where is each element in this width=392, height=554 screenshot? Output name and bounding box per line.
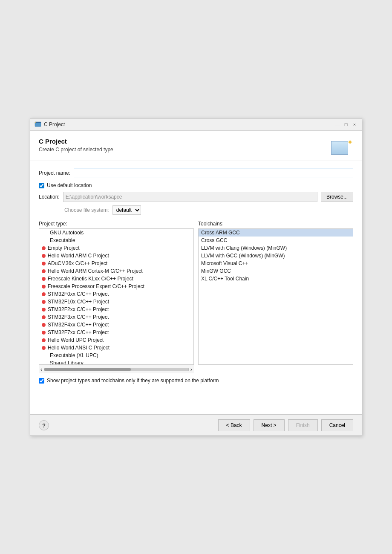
item-label: Freescale Kinetis KLxx C/C++ Project (48, 276, 133, 282)
cancel-button[interactable]: Cancel (321, 419, 353, 431)
window-icon (35, 121, 41, 128)
project-type-item-hello-world-arm[interactable]: Hello World ARM C Project (39, 252, 193, 260)
dot-icon (42, 308, 46, 312)
dot-icon (42, 315, 46, 319)
toolchains-listbox[interactable]: Cross ARM GCCCross GCCLLVM with Clang (W… (198, 228, 353, 365)
project-type-item-stm32f3xx[interactable]: STM32F3xx C/C++ Project (39, 313, 193, 321)
project-type-item-executable-xl-upc[interactable]: Executable (XL UPC) (39, 352, 193, 359)
item-label: STM32F10x C/C++ Project (48, 299, 109, 305)
toolchain-label: Cross GCC (201, 237, 227, 243)
item-label: Shared Library (50, 360, 84, 365)
toolchain-label: XL C/C++ Tool Chain (201, 276, 249, 282)
dot-icon (42, 262, 46, 265)
item-label: Hello World ANSI C Project (48, 345, 110, 351)
toolchain-label: Cross ARM GCC (201, 230, 240, 236)
project-type-item-freescale-kinetis[interactable]: Freescale Kinetis KLxx C/C++ Project (39, 275, 193, 283)
project-type-item-stm32f4xx[interactable]: STM32F4xx C/C++ Project (39, 321, 193, 329)
toolchain-item-llvm-gcc-windows-mingw[interactable]: LLVM with GCC (Windows) (MinGW) (199, 252, 353, 260)
project-type-item-executable[interactable]: Executable (39, 237, 193, 244)
toolchain-item-xl-cpp-tool-chain[interactable]: XL C/C++ Tool Chain (199, 275, 353, 283)
titlebar-left: C Project (35, 121, 65, 128)
help-button[interactable]: ? (39, 420, 49, 430)
icon-base (331, 141, 348, 155)
dot-icon (42, 269, 46, 273)
item-label: GNU Autotools (50, 230, 84, 236)
project-name-row: Project name: (39, 168, 353, 178)
filesystem-label: Choose file system: (64, 207, 109, 213)
project-type-item-stm32f10x[interactable]: STM32F10x C/C++ Project (39, 298, 193, 306)
use-default-location-row: Use default location (39, 182, 353, 188)
scroll-right-icon[interactable]: › (190, 366, 192, 372)
dot-icon (42, 331, 46, 335)
project-type-item-hello-world-upc[interactable]: Hello World UPC Project (39, 336, 193, 344)
project-type-item-empty-project[interactable]: Empty Project (39, 244, 193, 252)
item-label: Executable (50, 237, 75, 243)
use-default-location-label: Use default location (47, 182, 92, 188)
item-label: Hello World UPC Project (48, 337, 104, 343)
item-label: Executable (XL UPC) (50, 352, 98, 358)
project-name-label: Project name: (39, 170, 70, 176)
finish-button[interactable]: Finish (288, 419, 318, 431)
dot-icon (42, 338, 46, 342)
close-button[interactable]: × (352, 121, 357, 127)
project-type-listbox[interactable]: GNU AutotoolsExecutableEmpty ProjectHell… (39, 228, 194, 365)
browse-button[interactable]: Browse... (321, 192, 353, 202)
project-type-scrollbar: ‹ › (39, 365, 194, 373)
dot-icon (42, 292, 46, 296)
toolchain-item-mingw-gcc[interactable]: MinGW GCC (199, 267, 353, 275)
show-supported-checkbox[interactable] (39, 378, 44, 384)
filesystem-row: Choose file system: default (39, 205, 353, 215)
toolchain-item-microsoft-visual-cpp[interactable]: Microsoft Visual C++ (199, 260, 353, 267)
project-type-label: Project type: (39, 221, 194, 227)
project-type-item-stm32f2xx[interactable]: STM32F2xx C/C++ Project (39, 306, 193, 313)
item-label: STM32F3xx C/C++ Project (48, 314, 109, 320)
project-type-item-stm32f0xx[interactable]: STM32F0xx C/C++ Project (39, 290, 193, 298)
project-type-item-shared-library[interactable]: Shared Library (39, 359, 193, 365)
minimize-button[interactable]: — (334, 121, 340, 127)
page-subtitle: Create C project of selected type (39, 147, 113, 153)
toolchain-label: Microsoft Visual C++ (201, 260, 248, 266)
location-input[interactable] (63, 192, 317, 202)
maximize-button[interactable]: □ (343, 121, 349, 127)
project-name-input[interactable] (74, 168, 353, 178)
main-content: Project name: Use default location Locat… (30, 161, 362, 397)
item-label: Freescale Processor Expert C/C++ Project (48, 283, 144, 289)
footer: ? < Back Next > Finish Cancel (30, 415, 362, 436)
next-button[interactable]: Next > (254, 419, 285, 431)
spacer (30, 397, 362, 414)
svg-point-2 (35, 122, 36, 123)
item-label: STM32F4xx C/C++ Project (48, 322, 109, 328)
scroll-left-icon[interactable]: ‹ (40, 366, 42, 372)
item-label: Empty Project (48, 245, 80, 251)
project-type-item-freescale-processor[interactable]: Freescale Processor Expert C/C++ Project (39, 283, 193, 290)
dot-icon (42, 277, 46, 281)
filesystem-select[interactable]: default (112, 205, 141, 215)
location-label: Location: (39, 194, 60, 200)
dot-icon (42, 300, 46, 304)
wizard-icon: ✦ (331, 138, 353, 156)
project-type-item-hello-world-arm-cortex[interactable]: Hello World ARM Cortex-M C/C++ Project (39, 267, 193, 275)
item-label: STM32F0xx C/C++ Project (48, 291, 109, 297)
dot-icon (42, 246, 46, 250)
toolchains-column: Toolchains: Cross ARM GCCCross GCCLLVM w… (198, 221, 353, 373)
location-row: Location: Browse... (39, 192, 353, 202)
titlebar-controls: — □ × (334, 121, 357, 127)
project-type-item-gnu-autotools[interactable]: GNU Autotools (39, 229, 193, 237)
dot-icon (42, 285, 46, 289)
back-button[interactable]: < Back (218, 419, 250, 431)
page-title: C Project (39, 138, 113, 145)
project-type-item-hello-world-ansi[interactable]: Hello World ANSI C Project (39, 344, 193, 352)
toolchain-label: LLVM with Clang (Windows) (MinGW) (201, 245, 287, 251)
project-type-item-aducm36x[interactable]: ADuCM36x C/C++ Project (39, 260, 193, 267)
show-supported-row: Show project types and toolchains only i… (39, 378, 353, 384)
show-supported-label: Show project types and toolchains only i… (47, 378, 219, 384)
header-text: C Project Create C project of selected t… (39, 138, 113, 153)
use-default-location-checkbox[interactable] (39, 183, 44, 188)
dot-icon (42, 346, 46, 350)
toolchain-item-llvm-clang-windows-mingw[interactable]: LLVM with Clang (Windows) (MinGW) (199, 244, 353, 252)
project-type-item-stm32f7xx[interactable]: STM32F7xx C/C++ Project (39, 329, 193, 336)
header-section: C Project Create C project of selected t… (30, 131, 362, 161)
item-label: STM32F7xx C/C++ Project (48, 329, 109, 335)
toolchain-item-cross-gcc[interactable]: Cross GCC (199, 237, 353, 244)
toolchain-item-cross-arm-gcc[interactable]: Cross ARM GCC (199, 229, 353, 237)
